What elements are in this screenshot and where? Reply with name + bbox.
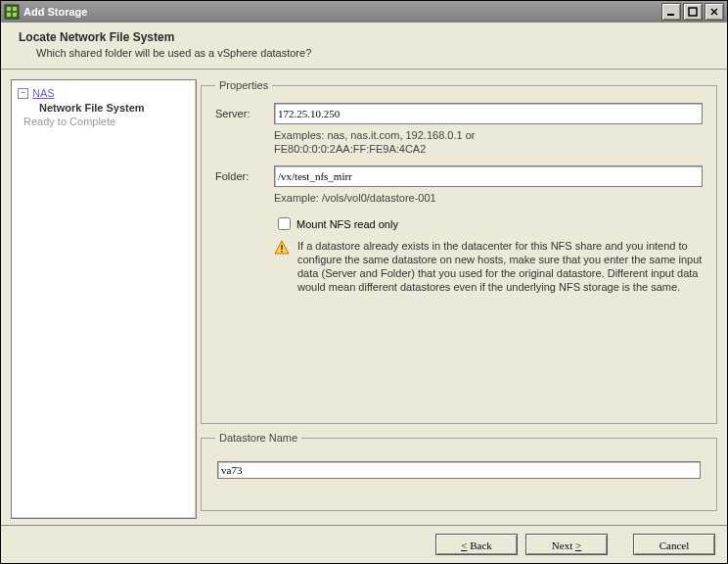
svg-rect-2 — [13, 7, 17, 11]
nas-link[interactable]: NAS — [32, 87, 55, 99]
svg-rect-11 — [281, 251, 283, 253]
back-button[interactable]: < Back — [435, 534, 518, 555]
cancel-button[interactable]: Cancel — [633, 534, 715, 555]
properties-group: Properties Server: Examples: nas, nas.it… — [201, 79, 717, 424]
close-button[interactable] — [705, 3, 724, 21]
warning-text: If a datastore already exists in the dat… — [297, 239, 703, 294]
folder-input[interactable] — [274, 165, 703, 187]
page-title: Locate Network File System — [19, 30, 709, 44]
wizard-footer: < Back Next > Cancel — [1, 525, 727, 563]
add-storage-window: Add Storage Locate Network File System W… — [0, 0, 728, 564]
next-button[interactable]: Next > — [525, 534, 608, 555]
wizard-body: − NAS Network File System Ready to Compl… — [1, 70, 727, 525]
svg-rect-10 — [281, 245, 283, 250]
app-icon — [4, 4, 20, 20]
svg-rect-1 — [7, 7, 11, 11]
server-example: Examples: nas, nas.it.com, 192.168.0.1 o… — [274, 128, 703, 156]
minimize-button[interactable] — [661, 3, 681, 21]
titlebar: Add Storage — [1, 1, 727, 23]
folder-example: Example: /vols/vol0/datastore-001 — [274, 191, 703, 205]
svg-rect-4 — [13, 13, 17, 17]
sidebar-item-ready: Ready to Complete — [14, 116, 194, 127]
server-input[interactable] — [274, 103, 703, 124]
server-label: Server: — [215, 108, 274, 119]
warning-icon — [274, 240, 290, 256]
wizard-main: Properties Server: Examples: nas, nas.it… — [201, 79, 717, 519]
wizard-header: Locate Network File System Which shared … — [1, 23, 727, 70]
wizard-sidebar: − NAS Network File System Ready to Compl… — [11, 79, 197, 519]
datastore-legend: Datastore Name — [215, 432, 301, 444]
mount-readonly-label: Mount NFS read only — [296, 218, 398, 230]
maximize-button[interactable] — [683, 3, 703, 21]
datastore-name-input[interactable] — [217, 461, 701, 479]
mount-readonly-checkbox[interactable] — [278, 217, 291, 230]
sidebar-item-nfs[interactable]: Network File System — [14, 102, 194, 114]
svg-rect-6 — [689, 8, 697, 16]
properties-legend: Properties — [215, 79, 272, 91]
folder-label: Folder: — [215, 170, 274, 182]
tree-collapse-icon[interactable]: − — [18, 88, 28, 99]
page-subtitle: Which shared folder will be used as a vS… — [19, 47, 709, 59]
datastore-name-group: Datastore Name — [201, 432, 717, 511]
window-title: Add Storage — [23, 6, 660, 18]
svg-rect-3 — [7, 13, 11, 17]
sidebar-item-nas[interactable]: − NAS — [14, 86, 194, 100]
svg-rect-5 — [667, 14, 674, 16]
